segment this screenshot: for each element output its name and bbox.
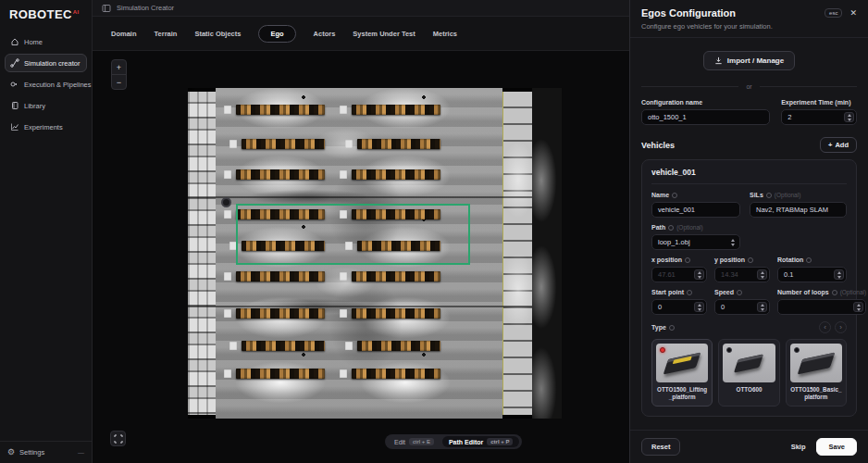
start-point-label: Start point <box>651 289 684 295</box>
rotation-input[interactable]: 0.1 <box>777 267 847 282</box>
map-canvas[interactable]: + − Edit ctrl + E Path Editor ctrl + P <box>93 51 629 463</box>
vehicles-section-label: Vehicles <box>641 141 675 150</box>
tab-ego[interactable]: Ego <box>258 25 295 43</box>
selection-rectangle[interactable] <box>236 204 470 265</box>
plus-icon: + <box>828 141 832 149</box>
tab-terrain[interactable]: Terrain <box>155 30 178 38</box>
experiment-time-value: 2 <box>787 113 791 121</box>
chart-line-icon <box>10 122 19 131</box>
info-icon <box>832 290 837 295</box>
zoom-out-button[interactable]: − <box>112 75 126 89</box>
path-editor-mode-button[interactable]: Path Editor ctrl + P <box>442 436 520 447</box>
edit-mode-button[interactable]: Edit ctrl + E <box>388 436 440 447</box>
number-of-loops-stepper[interactable] <box>853 302 863 312</box>
vehicle-name-input[interactable]: vehicle_001 <box>651 202 740 218</box>
radio-selected-icon <box>660 347 665 353</box>
sidebar-spacer <box>0 138 92 441</box>
pipeline-icon <box>10 80 19 89</box>
chevron-right-icon: › <box>839 324 842 332</box>
carousel-prev-button[interactable]: ‹ <box>819 321 831 333</box>
tab-domain[interactable]: Domain <box>111 30 137 38</box>
sidebar-item-label: Library <box>24 102 45 110</box>
config-name-label: Configuration name <box>641 99 702 106</box>
rotation-value: 0.1 <box>784 270 793 279</box>
y-position-input: 14.34 <box>714 267 770 282</box>
info-icon <box>748 257 753 263</box>
fit-view-button[interactable] <box>110 431 126 446</box>
esc-badge[interactable]: esc <box>825 8 842 18</box>
type-carousel-controls: ‹ › <box>819 321 847 333</box>
tab-static-objects[interactable]: Static Objects <box>194 30 241 38</box>
rack-row <box>352 105 440 115</box>
sidebar-item-experiments[interactable]: Experiments <box>5 118 87 136</box>
panel-body: Import / Manage or Configuration name ot… <box>630 38 868 430</box>
add-vehicle-button[interactable]: + Add <box>820 137 857 153</box>
rotation-stepper[interactable] <box>834 269 844 280</box>
type-card-otto1500-basic[interactable]: OTTO1500_Basic_platform <box>786 339 847 407</box>
egos-configuration-panel: Egos Configuration esc ✕ Configure ego v… <box>629 0 868 463</box>
type-card-otto1500-lifting[interactable]: OTTO1500_Lifting_platform <box>651 339 713 407</box>
section-divider-line <box>188 196 532 198</box>
sidebar-item-simulation-creator[interactable]: Simulation creator <box>5 54 87 72</box>
path-select[interactable]: loop_1.obj <box>651 234 740 250</box>
vehicle-type-list: OTTO1500_Lifting_platform OTTO600 OTTO15… <box>651 339 847 407</box>
robot-image <box>798 352 836 374</box>
warehouse-map[interactable] <box>188 88 562 419</box>
import-manage-button[interactable]: Import / Manage <box>703 51 795 70</box>
sidebar-item-settings[interactable]: ⚙ Settings — <box>0 441 92 463</box>
select-chevrons-icon <box>727 237 738 247</box>
sidebar-item-execution-pipelines[interactable]: Execution & Pipelines <box>5 75 87 94</box>
spline-icon <box>10 58 19 68</box>
start-point-stepper[interactable] <box>694 302 704 312</box>
brand-sup: AI <box>73 9 80 15</box>
sidebar-item-home[interactable]: Home <box>5 32 87 51</box>
warehouse-corridor <box>502 92 532 415</box>
sidebar-item-library[interactable]: Library <box>5 96 87 115</box>
fit-view-icon <box>114 434 123 444</box>
config-name-input[interactable]: otto_1500_1 <box>641 109 770 125</box>
tab-actors[interactable]: Actors <box>314 30 336 38</box>
start-point-input[interactable]: 0 <box>651 299 707 315</box>
save-button[interactable]: Save <box>816 438 857 456</box>
sils-optional: (Optional) <box>775 192 801 198</box>
sidebar-item-label: Home <box>24 38 43 46</box>
info-icon <box>685 257 690 263</box>
speed-stepper[interactable] <box>757 302 767 312</box>
x-position-label: x position <box>651 257 682 263</box>
panel-subtitle: Configure ego vehicles for your simulati… <box>641 22 857 31</box>
selection-handle[interactable] <box>221 197 231 207</box>
editor-tabs: Domain Terrain Static Objects Ego Actors… <box>93 17 629 51</box>
number-of-loops-label: Number of loops <box>777 289 829 295</box>
sidebar: ROBOTECAI Home Simulation creator Execut… <box>0 0 93 463</box>
rack-row <box>352 369 440 379</box>
top-header-bar: Simulation Creator <box>93 0 629 17</box>
sidebar-item-label: Simulation creator <box>24 59 80 68</box>
experiment-time-input[interactable]: 2 <box>781 109 857 125</box>
tab-metrics[interactable]: Metrics <box>433 30 457 38</box>
sils-label: SiLs <box>750 192 763 198</box>
robot-image <box>734 354 763 372</box>
sils-input[interactable]: Nav2, RTABMap SLAM <box>750 202 847 218</box>
panel-title: Egos Configuration <box>641 7 736 19</box>
tab-system-under-test[interactable]: System Under Test <box>353 30 415 38</box>
zoom-in-button[interactable]: + <box>112 60 126 74</box>
info-icon <box>806 257 812 263</box>
skip-button[interactable]: Skip <box>791 443 806 451</box>
collapse-sidebar-icon[interactable]: — <box>78 449 84 456</box>
sidebar-nav: Home Simulation creator Execution & Pipe… <box>0 31 92 138</box>
number-of-loops-input[interactable] <box>777 299 866 315</box>
experiment-time-stepper[interactable] <box>844 112 854 122</box>
gear-icon: ⚙ <box>7 448 15 457</box>
panel-footer: Reset Skip Save <box>630 430 868 463</box>
rotation-label: Rotation <box>777 257 803 263</box>
type-card-otto600[interactable]: OTTO600 <box>718 339 779 407</box>
speed-input[interactable]: 0 <box>714 299 770 315</box>
close-icon[interactable]: ✕ <box>849 8 857 18</box>
panel-toggle-icon[interactable] <box>102 4 111 13</box>
path-value: loop_1.obj <box>658 238 690 246</box>
carousel-next-button[interactable]: › <box>835 321 847 333</box>
rack-row <box>236 271 325 282</box>
reset-button[interactable]: Reset <box>641 438 680 456</box>
divider-line <box>760 86 857 87</box>
sidebar-item-label: Execution & Pipelines <box>24 81 92 89</box>
